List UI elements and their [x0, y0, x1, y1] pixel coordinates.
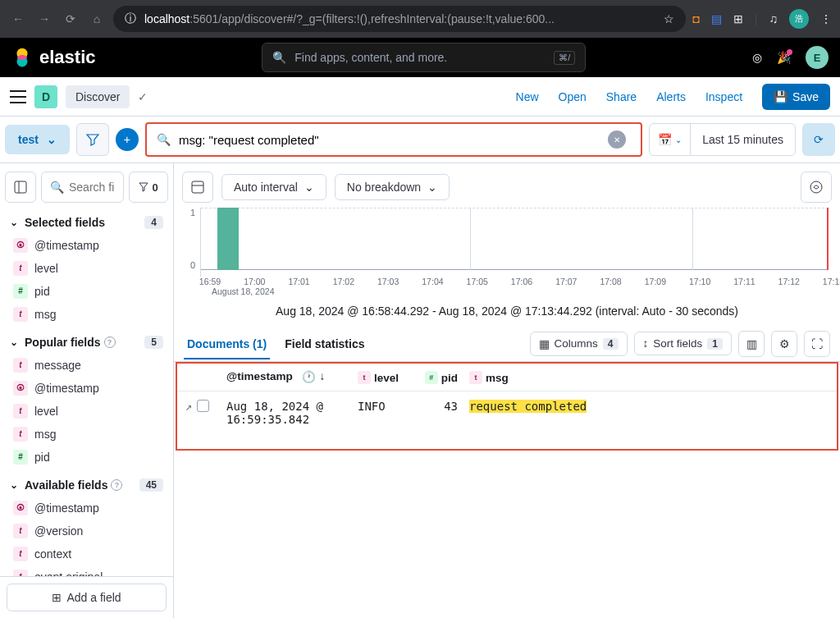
- field-item[interactable]: ⦿@timestamp: [0, 234, 173, 257]
- available-fields-header[interactable]: ⌄Available fields? 45: [0, 474, 173, 497]
- selected-fields-header[interactable]: ⌄Selected fields 4: [0, 211, 173, 234]
- breakdown-selector[interactable]: No breakdown⌄: [335, 174, 450, 200]
- home-icon[interactable]: ⌂: [87, 9, 107, 29]
- field-item[interactable]: tmessage: [0, 354, 173, 377]
- chart-toggle-icon[interactable]: [182, 172, 213, 203]
- url-text: localhost:5601/app/discover#/?_g=(filter…: [144, 12, 655, 25]
- field-type-icon: t: [13, 524, 28, 538]
- clear-query-button[interactable]: ✕: [608, 130, 626, 149]
- address-bar[interactable]: ⓘ localhost:5601/app/discover#/?_g=(filt…: [113, 6, 686, 32]
- filter-icon-button[interactable]: [76, 123, 109, 156]
- histogram-chart[interactable]: 1 0: [190, 208, 829, 277]
- field-name: event.original: [34, 570, 103, 576]
- dataview-selector[interactable]: test ⌄: [5, 125, 70, 154]
- field-filter-button[interactable]: 0: [129, 172, 168, 203]
- timerange-picker[interactable]: 📅 ⌄ Last 15 minutes: [649, 123, 796, 156]
- th-timestamp[interactable]: @timestamp 🕐 ↓: [226, 370, 358, 384]
- display-options-icon[interactable]: ▥: [738, 331, 765, 357]
- extension-translate-icon[interactable]: ▤: [711, 12, 722, 25]
- site-info-icon[interactable]: ⓘ: [125, 11, 136, 26]
- add-field-button[interactable]: ⊞ Add a field: [7, 584, 167, 611]
- x-tick: 17:12: [778, 277, 800, 286]
- x-tick: 17:07: [555, 277, 577, 286]
- newsfeed-icon[interactable]: 🎉: [777, 51, 791, 64]
- field-item[interactable]: ⦿@timestamp: [0, 377, 173, 400]
- space-badge[interactable]: D: [34, 85, 57, 108]
- x-tick: 17:11: [733, 277, 755, 286]
- browser-chrome: ← → ⟳ ⌂ ⓘ localhost:5601/app/discover#/?…: [0, 0, 840, 38]
- add-filter-button[interactable]: +: [116, 128, 139, 151]
- field-type-icon: ⦿: [13, 238, 28, 253]
- svg-point-6: [810, 181, 822, 193]
- row-checkbox[interactable]: [197, 400, 209, 412]
- table-row[interactable]: ↗Aug 18, 2024 @ 16:59:35.842INFO43reques…: [177, 391, 837, 449]
- field-item[interactable]: tmsg: [0, 303, 173, 326]
- field-type-icon: t: [13, 570, 28, 576]
- alerts-link[interactable]: Alerts: [656, 90, 686, 103]
- app-name-button[interactable]: Discover: [66, 85, 130, 108]
- star-icon[interactable]: ☆: [664, 12, 674, 25]
- open-link[interactable]: Open: [559, 90, 587, 103]
- field-item[interactable]: tlevel: [0, 257, 173, 280]
- interval-selector[interactable]: Auto interval⌄: [221, 174, 326, 200]
- expand-row-icon[interactable]: ↗: [185, 400, 192, 413]
- calendar-icon[interactable]: 📅 ⌄: [650, 124, 691, 155]
- field-name: @timestamp: [34, 501, 99, 515]
- sidebar-toggle-icon[interactable]: [5, 172, 36, 203]
- field-name: @version: [34, 524, 83, 538]
- media-icon[interactable]: ♫: [769, 12, 778, 25]
- user-avatar[interactable]: E: [806, 46, 829, 69]
- fullscreen-icon[interactable]: ⛶: [804, 331, 830, 357]
- x-tick: 16:59: [199, 277, 221, 286]
- field-type-icon: #: [13, 284, 28, 299]
- settings-icon[interactable]: ⚙: [771, 331, 797, 357]
- field-item[interactable]: tmsg: [0, 423, 173, 446]
- x-tick: 17:08: [600, 277, 621, 286]
- cell-level: INFO: [358, 400, 417, 426]
- sort-button[interactable]: ↕ Sort fields 1: [634, 332, 732, 355]
- tab-field-statistics[interactable]: Field statistics: [281, 329, 368, 359]
- elastic-logo[interactable]: elastic: [11, 47, 96, 68]
- help-icon[interactable]: ◎: [752, 51, 762, 64]
- field-type-icon: #: [13, 450, 28, 465]
- th-msg[interactable]: t msg: [469, 370, 829, 384]
- chevron-down-icon: ⌄: [47, 133, 57, 146]
- share-link[interactable]: Share: [606, 90, 637, 103]
- global-search[interactable]: 🔍 Find apps, content, and more. ⌘/: [262, 43, 586, 72]
- back-icon[interactable]: ←: [8, 9, 28, 29]
- field-item[interactable]: #pid: [0, 446, 173, 469]
- tab-documents[interactable]: Documents (1): [184, 329, 270, 359]
- reload-icon[interactable]: ⟳: [61, 9, 80, 29]
- field-item[interactable]: ⦿@timestamp: [0, 497, 173, 520]
- field-name: level: [34, 405, 58, 418]
- th-level[interactable]: t level: [358, 370, 417, 384]
- extensions-icon[interactable]: ⊞: [733, 12, 743, 25]
- x-tick: 17:09: [645, 277, 666, 286]
- field-name: @timestamp: [34, 382, 99, 395]
- refresh-button[interactable]: ⟳: [802, 123, 835, 156]
- lens-edit-icon[interactable]: [801, 172, 832, 203]
- field-item[interactable]: t@version: [0, 520, 173, 542]
- field-item[interactable]: tevent.original: [0, 565, 173, 576]
- field-name: level: [34, 262, 58, 275]
- save-button[interactable]: 💾 Save: [762, 84, 830, 110]
- th-pid[interactable]: # pid: [417, 370, 469, 384]
- profile-avatar-icon[interactable]: 浩: [789, 9, 809, 29]
- menu-icon[interactable]: ⋮: [820, 12, 832, 25]
- extension-metamask-icon[interactable]: ◘: [692, 12, 699, 25]
- field-item[interactable]: #pid: [0, 280, 173, 303]
- field-type-icon: t: [13, 307, 28, 322]
- inspect-link[interactable]: Inspect: [705, 90, 742, 103]
- chevron-down-icon[interactable]: ✓: [138, 90, 148, 103]
- svg-rect-4: [192, 181, 203, 193]
- forward-icon[interactable]: →: [34, 9, 54, 29]
- field-item[interactable]: tcontext: [0, 542, 173, 565]
- field-item[interactable]: tlevel: [0, 400, 173, 423]
- kql-input[interactable]: [179, 133, 608, 147]
- popular-fields-header[interactable]: ⌄Popular fields? 5: [0, 331, 173, 354]
- columns-button[interactable]: ▦ Columns 4: [530, 332, 628, 356]
- global-search-placeholder: Find apps, content, and more.: [294, 51, 546, 64]
- new-link[interactable]: New: [516, 90, 539, 103]
- field-search[interactable]: 🔍: [41, 172, 124, 203]
- nav-toggle-icon[interactable]: [10, 90, 26, 103]
